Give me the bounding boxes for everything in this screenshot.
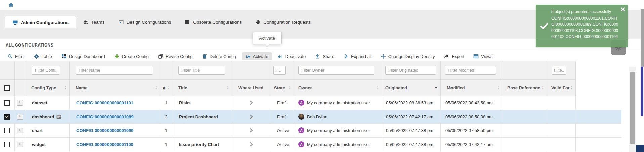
- table-row[interactable]: dashboard CONFIG:0000000000001089 2 Proj…: [0, 110, 621, 124]
- state-cell: Active: [270, 124, 294, 137]
- filter-config-type-input[interactable]: [32, 66, 60, 75]
- base-reference-cell: [502, 110, 547, 123]
- row-expand-cell: [15, 124, 25, 137]
- tab-design-configurations[interactable]: Design Configurations: [112, 16, 178, 28]
- filter-modified-input[interactable]: [445, 66, 496, 75]
- row-expand-cell: [15, 96, 25, 110]
- views-label: Views: [481, 54, 492, 59]
- header-modified[interactable]: Modified▲▼: [441, 80, 502, 96]
- activate-button[interactable]: Activate: [242, 52, 272, 60]
- select-all-checkbox[interactable]: [4, 85, 10, 91]
- header-label: Where Used: [238, 85, 263, 90]
- sort-icon: ▲▼: [227, 86, 229, 90]
- table-row[interactable]: dataset CONFIG:0000000000001101 1 Risks …: [0, 96, 621, 110]
- chevron-right-icon: [343, 54, 349, 59]
- vertical-scrollbar-thumb[interactable]: [630, 72, 635, 144]
- sort-icon: ▲▼: [497, 86, 499, 90]
- design-dashboard-button[interactable]: Design Dashboard: [58, 52, 109, 60]
- filter-owner-input[interactable]: [298, 66, 374, 75]
- hand-icon: [255, 19, 261, 25]
- filter-button[interactable]: Filter: [4, 52, 28, 60]
- tab-teams[interactable]: Teams: [76, 16, 112, 28]
- name-cell: CONFIG:0000000000001101: [70, 96, 160, 110]
- tab-admin-configurations[interactable]: Admin Configurations: [5, 16, 76, 28]
- header-where-used: Where Used: [232, 80, 270, 96]
- base-reference-cell: [502, 124, 547, 137]
- table-header-row: Config Type▲▼ Name▲▼ #▲▼ Title▲▼ Where U…: [0, 80, 576, 96]
- change-display-density-button[interactable]: Change Display Density: [377, 52, 438, 60]
- share-button[interactable]: Share: [311, 52, 338, 60]
- design-dashboard-label: Design Dashboard: [69, 54, 105, 59]
- header-owner[interactable]: Owner▲▼: [294, 80, 382, 96]
- num-cell: 2: [160, 110, 172, 123]
- num-cell: 1: [160, 138, 172, 151]
- tab-configuration-requests[interactable]: Configuration Requests: [248, 16, 317, 28]
- row-select-cell: [0, 124, 15, 137]
- filter-name-input[interactable]: [76, 66, 153, 75]
- sort-desc-icon: ▼: [434, 86, 438, 90]
- filler-cell: [576, 124, 621, 137]
- state-cell: Draft: [270, 96, 294, 110]
- revise-config-button[interactable]: Revise Config: [155, 52, 196, 60]
- row-select-cell: [0, 138, 15, 151]
- config-link[interactable]: CONFIG:0000000000001099: [76, 128, 134, 133]
- expand-icon[interactable]: [17, 114, 23, 120]
- header-num[interactable]: #▲▼: [160, 80, 172, 96]
- owner-name: My company administration user: [307, 128, 370, 133]
- where-used-cell: [232, 138, 270, 151]
- table-row[interactable]: widget CONFIG:0000000000001100 1 Issue p…: [0, 138, 621, 151]
- header-label: #: [163, 85, 165, 90]
- chevron-right-icon[interactable]: [249, 142, 253, 147]
- table-row[interactable]: chart CONFIG:0000000000001099 1 Active A…: [0, 124, 621, 138]
- table-button[interactable]: Table: [31, 52, 55, 60]
- activate-tooltip: Activate: [253, 32, 282, 44]
- tab-obsolete-configurations[interactable]: Obsolete Configurations: [178, 16, 248, 28]
- row-checkbox[interactable]: [4, 128, 10, 133]
- header-valid-for[interactable]: Valid For▲▼: [547, 80, 576, 96]
- header-base-reference[interactable]: Base Reference▲▼: [502, 80, 547, 96]
- chevron-right-icon[interactable]: [249, 128, 253, 133]
- expand-icon[interactable]: [17, 128, 23, 133]
- chevron-right-icon[interactable]: [249, 100, 253, 105]
- views-button[interactable]: Views: [470, 52, 496, 60]
- views-grid-icon: [473, 54, 479, 59]
- filter-state-input[interactable]: [273, 66, 286, 75]
- delete-config-label: Delete Config: [210, 54, 236, 59]
- valid-for-cell: [547, 124, 576, 137]
- header-title[interactable]: Title▲▼: [172, 80, 232, 96]
- create-config-button[interactable]: Create Config: [111, 52, 152, 60]
- row-checkbox[interactable]: [4, 142, 10, 147]
- move-arrows-icon: [381, 54, 386, 59]
- header-state[interactable]: State▲▼: [270, 80, 294, 96]
- deactivate-button[interactable]: Deactivate: [274, 52, 309, 60]
- filter-originated-input[interactable]: [385, 66, 436, 75]
- row-checkbox[interactable]: [4, 114, 10, 120]
- chevron-right-icon[interactable]: [249, 114, 253, 119]
- expand-icon[interactable]: [17, 142, 23, 147]
- title-cell: Project Dashboard: [172, 110, 232, 123]
- num-cell: 1: [160, 124, 172, 137]
- config-link[interactable]: CONFIG:0000000000001101: [76, 100, 133, 105]
- close-icon[interactable]: [621, 7, 625, 11]
- expand-all-button[interactable]: Expand all: [340, 52, 375, 60]
- config-link[interactable]: CONFIG:0000000000001100: [76, 142, 133, 147]
- header-name[interactable]: Name▲▼: [70, 80, 160, 96]
- filter-title-input[interactable]: [178, 66, 225, 75]
- sort-icon: ▲▼: [64, 86, 67, 90]
- toolbar: Filter Table Design Dashboard Create Con…: [0, 51, 644, 61]
- filter-cell-state: [270, 61, 294, 79]
- home-icon[interactable]: [8, 2, 14, 8]
- dashboard-type-icon: [56, 115, 61, 119]
- row-checkbox[interactable]: [4, 100, 10, 106]
- header-config-type[interactable]: Config Type▲▼: [25, 80, 70, 96]
- export-button[interactable]: Export: [440, 52, 468, 60]
- filter-valid-for-input[interactable]: [552, 66, 566, 75]
- header-originated[interactable]: Originated▼: [382, 80, 441, 96]
- config-link[interactable]: CONFIG:0000000000001089: [76, 114, 134, 119]
- edge-accent-strip: [641, 67, 643, 116]
- export-label: Export: [452, 54, 464, 59]
- base-reference-cell: [502, 96, 547, 110]
- expand-icon[interactable]: [17, 100, 23, 106]
- revise-config-label: Revise Config: [166, 54, 193, 59]
- delete-config-button[interactable]: Delete Config: [199, 52, 240, 60]
